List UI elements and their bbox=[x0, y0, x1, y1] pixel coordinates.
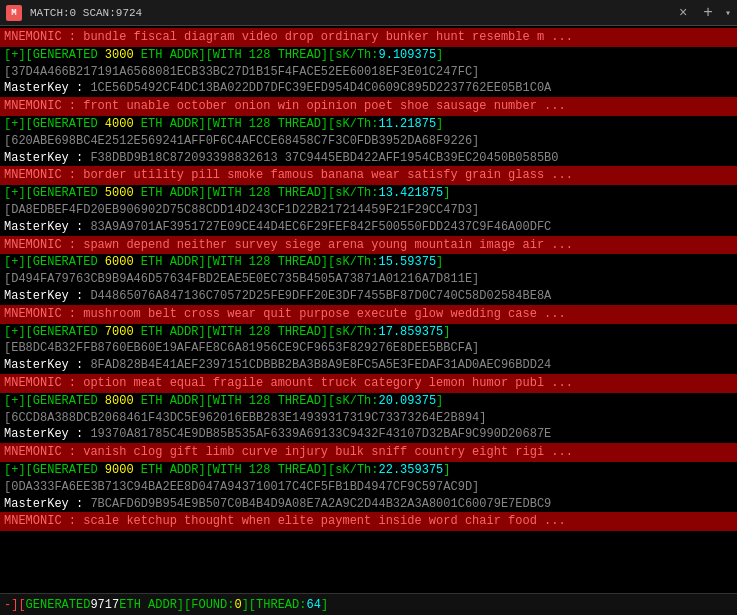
line-18: [EB8DC4B32FFB8760EB60E19AFAFE8C6A81956CE… bbox=[0, 340, 737, 357]
line-12: MNEMONIC : spawn depend neither survey s… bbox=[0, 236, 737, 255]
status-thread-label: ][THREAD: bbox=[242, 598, 307, 612]
line-7: MasterKey : F38DBD9B18C872093398832613 3… bbox=[0, 150, 737, 167]
status-found-label: ][FOUND: bbox=[177, 598, 235, 612]
line-0: MNEMONIC : bundle fiscal diagram video d… bbox=[0, 28, 737, 47]
line-8: MNEMONIC : border utility pill smoke fam… bbox=[0, 166, 737, 185]
dropdown-icon[interactable]: ▾ bbox=[725, 7, 731, 19]
line-17: [+][GENERATED 7000 ETH ADDR][WITH 128 TH… bbox=[0, 324, 737, 341]
line-5: [+][GENERATED 4000 ETH ADDR][WITH 128 TH… bbox=[0, 116, 737, 133]
status-thread-val: 64 bbox=[306, 598, 320, 612]
line-4: MNEMONIC : front unable october onion wi… bbox=[0, 97, 737, 116]
status-generated-label: GENERATED bbox=[26, 598, 91, 612]
line-25: [+][GENERATED 9000 ETH ADDR][WITH 128 TH… bbox=[0, 462, 737, 479]
status-found-val: 0 bbox=[234, 598, 241, 612]
line-13: [+][GENERATED 6000 ETH ADDR][WITH 128 TH… bbox=[0, 254, 737, 271]
line-11: MasterKey : 83A9A9701AF3951727E09CE44D4E… bbox=[0, 219, 737, 236]
line-3: MasterKey : 1CE56D5492CF4DC13BA022DD7DFC… bbox=[0, 80, 737, 97]
add-tab-button[interactable]: + bbox=[699, 4, 717, 22]
line-9: [+][GENERATED 5000 ETH ADDR][WITH 128 TH… bbox=[0, 185, 737, 202]
line-1: [+][GENERATED 3000 ETH ADDR][WITH 128 TH… bbox=[0, 47, 737, 64]
line-22: [6CCD8A388DCB2068461F43DC5E962016EBB283E… bbox=[0, 410, 737, 427]
line-6: [620ABE698BC4E2512E569241AFF0F6C4AFCCE68… bbox=[0, 133, 737, 150]
status-suffix: ] bbox=[321, 598, 328, 612]
title-bar: M MATCH:0 SCAN:9724 × + ▾ bbox=[0, 0, 737, 26]
line-26: [0DA333FA6EE3B713C94BA2EE8D047A943710017… bbox=[0, 479, 737, 496]
line-14: [D494FA79763CB9B9A46D57634FBD2EAE5E0EC73… bbox=[0, 271, 737, 288]
title-text: MATCH:0 SCAN:9724 bbox=[30, 7, 667, 19]
app-icon: M bbox=[6, 5, 22, 21]
line-28: MNEMONIC : scale ketchup thought when el… bbox=[0, 512, 737, 531]
line-21: [+][GENERATED 8000 ETH ADDR][WITH 128 TH… bbox=[0, 393, 737, 410]
status-bar: -][ GENERATED 9717 ETH ADDR ][FOUND:0][T… bbox=[0, 593, 737, 615]
line-27: MasterKey : 7BCAFD6D9B954E9B507C0B4B4D9A… bbox=[0, 496, 737, 513]
line-23: MasterKey : 19370A81785C4E9DB85B535AF633… bbox=[0, 426, 737, 443]
close-button[interactable]: × bbox=[675, 5, 691, 21]
status-generated-val: 9717 bbox=[90, 598, 119, 612]
status-eth: ETH ADDR bbox=[119, 598, 177, 612]
line-15: MasterKey : D44865076A847136C70572D25FE9… bbox=[0, 288, 737, 305]
line-2: [37D4A466B217191A6568081ECB33BC27D1B15F4… bbox=[0, 64, 737, 81]
line-20: MNEMONIC : option meat equal fragile amo… bbox=[0, 374, 737, 393]
line-16: MNEMONIC : mushroom belt cross wear quit… bbox=[0, 305, 737, 324]
line-10: [DA8EDBEF4FD20EB906902D75C88CDD14D243CF1… bbox=[0, 202, 737, 219]
status-prefix: -][ bbox=[4, 598, 26, 612]
terminal-content: MNEMONIC : bundle fiscal diagram video d… bbox=[0, 26, 737, 593]
line-19: MasterKey : 8FAD828B4E41AEF2397151CDBBB2… bbox=[0, 357, 737, 374]
line-24: MNEMONIC : vanish clog gift limb curve i… bbox=[0, 443, 737, 462]
